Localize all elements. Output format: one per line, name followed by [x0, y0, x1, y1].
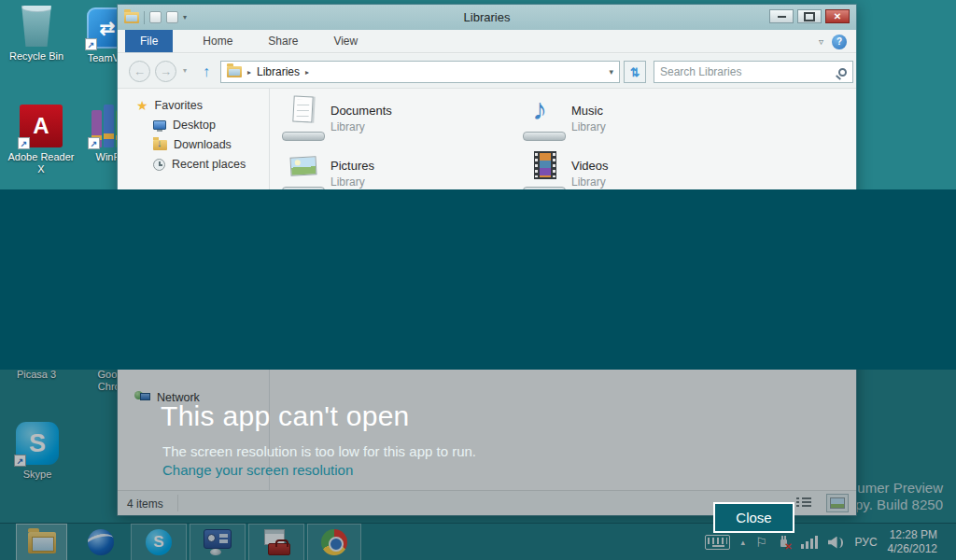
- resolution-dialog: This app can't open The screen resolutio…: [0, 189, 956, 370]
- adobe-reader-label-line1: Adobe Reader: [6, 151, 77, 163]
- music-library-icon: ♪: [519, 96, 571, 141]
- library-name: Music: [571, 96, 606, 118]
- desktop-icon-recycle-bin[interactable]: Recycle Bin: [0, 6, 73, 63]
- search-icon[interactable]: [838, 68, 847, 77]
- address-dropdown-icon[interactable]: ▾: [609, 67, 613, 77]
- library-type: Library: [330, 118, 392, 133]
- search-box: [654, 61, 853, 83]
- favorites-star-icon: ★: [136, 98, 148, 113]
- forward-button[interactable]: →: [155, 61, 176, 82]
- up-button[interactable]: ↑: [196, 62, 217, 81]
- adobe-reader-label-line2: X: [6, 163, 77, 175]
- library-name: Documents: [330, 96, 392, 118]
- adobe-reader-icon: A ↗: [20, 105, 63, 147]
- teamviewer-arrows-glyph: ⇄: [100, 17, 116, 39]
- refresh-button[interactable]: ⇄: [624, 61, 646, 83]
- recycle-bin-icon: [20, 6, 53, 47]
- desktop-monitor-icon: [153, 120, 166, 130]
- tab-file[interactable]: File: [125, 30, 173, 52]
- help-icon[interactable]: ?: [832, 35, 847, 49]
- ribbon-collapse-icon[interactable]: ▿: [819, 36, 823, 47]
- downloads-folder-icon: ↓: [153, 140, 167, 150]
- address-bar[interactable]: ▸ Libraries ▸ ▾: [220, 61, 620, 83]
- shortcut-arrow-badge: ↗: [18, 137, 30, 149]
- window-controls: ✕: [769, 9, 850, 23]
- sidebar-item-recent-places[interactable]: Recent places: [153, 158, 246, 171]
- dialog-message: The screen resolution is too low for thi…: [162, 443, 476, 459]
- library-name: Videos: [571, 151, 609, 173]
- documents-library-icon: [278, 96, 330, 141]
- sidebar-item-desktop[interactable]: Desktop: [153, 119, 216, 132]
- library-name: Pictures: [330, 151, 374, 173]
- back-button[interactable]: ←: [129, 61, 150, 82]
- tab-home[interactable]: Home: [197, 30, 238, 52]
- recent-places-icon: [153, 159, 165, 171]
- dialog-close-button[interactable]: Close: [713, 502, 794, 533]
- change-resolution-link[interactable]: Change your screen resolution: [162, 462, 353, 478]
- search-input[interactable]: [660, 65, 838, 78]
- maximize-button[interactable]: [797, 9, 822, 23]
- recent-locations-dropdown-icon[interactable]: ▾: [183, 66, 187, 75]
- adobe-letter-glyph: A: [33, 113, 49, 139]
- favorites-label: Favorites: [155, 99, 203, 112]
- navigation-toolbar: ← → ▾ ↑ ▸ Libraries ▸ ▾ ⇄: [118, 54, 856, 89]
- library-type: Library: [330, 173, 374, 189]
- recent-places-label: Recent places: [172, 158, 246, 171]
- breadcrumb-location[interactable]: Libraries: [257, 65, 300, 78]
- sidebar-item-favorites[interactable]: ★ Favorites: [136, 98, 203, 113]
- explorer-app-icon: [124, 12, 139, 23]
- minimize-button[interactable]: [769, 9, 794, 23]
- downloads-label: Downloads: [174, 138, 232, 151]
- window-title: Libraries: [118, 10, 856, 24]
- desktop-label: Desktop: [173, 119, 216, 132]
- desktop-icon-adobe-reader[interactable]: A ↗ Adobe Reader X: [6, 105, 77, 175]
- tab-view[interactable]: View: [328, 30, 363, 52]
- location-folder-icon: [227, 66, 242, 77]
- close-window-button[interactable]: ✕: [825, 9, 850, 23]
- title-bar[interactable]: Libraries ▾ ✕: [118, 5, 856, 30]
- recycle-bin-label: Recycle Bin: [0, 50, 73, 63]
- library-type: Library: [571, 118, 606, 133]
- tab-share[interactable]: Share: [262, 30, 303, 52]
- ribbon-tabs: File Home Share View ▿ ?: [118, 30, 856, 53]
- dialog-title: This app can't open: [161, 400, 410, 432]
- shortcut-arrow-badge: ↗: [85, 38, 97, 50]
- shortcut-arrow-badge: ↗: [88, 137, 100, 149]
- breadcrumb-arrow-icon[interactable]: ▸: [305, 68, 309, 77]
- library-type: Library: [571, 173, 609, 189]
- library-item-documents[interactable]: Documents Library: [278, 96, 502, 141]
- sidebar-item-downloads[interactable]: ↓ Downloads: [153, 138, 232, 151]
- library-item-music[interactable]: ♪ Music Library: [519, 96, 743, 141]
- breadcrumb-arrow-icon[interactable]: ▸: [247, 68, 251, 77]
